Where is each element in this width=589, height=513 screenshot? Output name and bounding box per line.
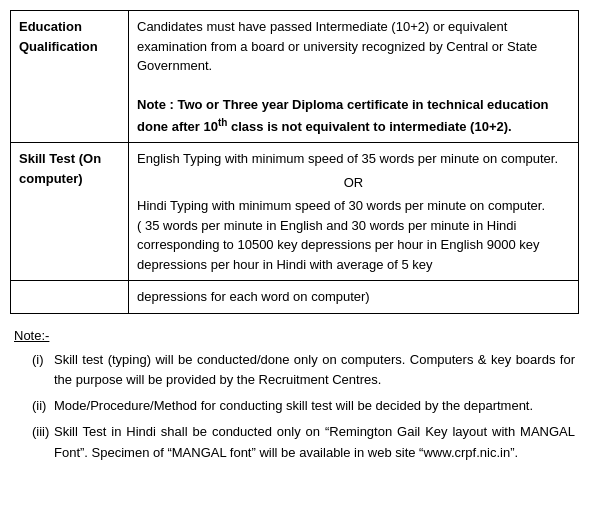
education-content: Candidates must have passed Intermediate…	[129, 11, 579, 143]
education-label-text: Education Qualification	[19, 19, 98, 54]
skill-test-label-text: Skill Test (On computer)	[19, 151, 101, 186]
note-item-1: (i) Skill test (typing) will be conducte…	[14, 350, 575, 390]
note-text-1: Skill test (typing) will be conducted/do…	[54, 350, 575, 390]
hindi-typing-line: Hindi Typing with minimum speed of 30 wo…	[137, 198, 545, 213]
english-typing-line: English Typing with minimum speed of 35 …	[137, 151, 558, 166]
continuation-content: depressions for each word on computer)	[129, 281, 579, 314]
note-text-2: Mode/Procedure/Method for conducting ski…	[54, 396, 575, 416]
skill-test-content: English Typing with minimum speed of 35 …	[129, 143, 579, 281]
note-num-3: (iii)	[14, 422, 54, 442]
superscript: th	[218, 117, 227, 128]
education-label: Education Qualification	[11, 11, 129, 143]
key-depressions-line: ( 35 words per minute in English and 30 …	[137, 218, 540, 272]
skill-test-row: Skill Test (On computer) English Typing …	[11, 143, 579, 281]
note-heading: Note:-	[14, 328, 49, 343]
note-item-2: (ii) Mode/Procedure/Method for conductin…	[14, 396, 575, 416]
education-para1: Candidates must have passed Intermediate…	[137, 17, 570, 76]
note-text-3: Skill Test in Hindi shall be conducted o…	[54, 422, 575, 462]
empty-label	[11, 281, 129, 314]
skill-test-label: Skill Test (On computer)	[11, 143, 129, 281]
note-list: (i) Skill test (typing) will be conducte…	[14, 350, 575, 463]
qualification-table: Education Qualification Candidates must …	[10, 10, 579, 314]
continuation-row: depressions for each word on computer)	[11, 281, 579, 314]
note-text-bold: Note : Two or Three year Diploma certifi…	[137, 97, 549, 134]
or-separator: OR	[137, 173, 570, 193]
bottom-notes: Note:- (i) Skill test (typing) will be c…	[10, 326, 579, 463]
note-num-2: (ii)	[14, 396, 54, 416]
note-num-1: (i)	[14, 350, 54, 370]
note-item-3: (iii) Skill Test in Hindi shall be condu…	[14, 422, 575, 462]
education-note: Note : Two or Three year Diploma certifi…	[137, 95, 570, 136]
continuation-text: depressions for each word on computer)	[137, 289, 370, 304]
education-row: Education Qualification Candidates must …	[11, 11, 579, 143]
